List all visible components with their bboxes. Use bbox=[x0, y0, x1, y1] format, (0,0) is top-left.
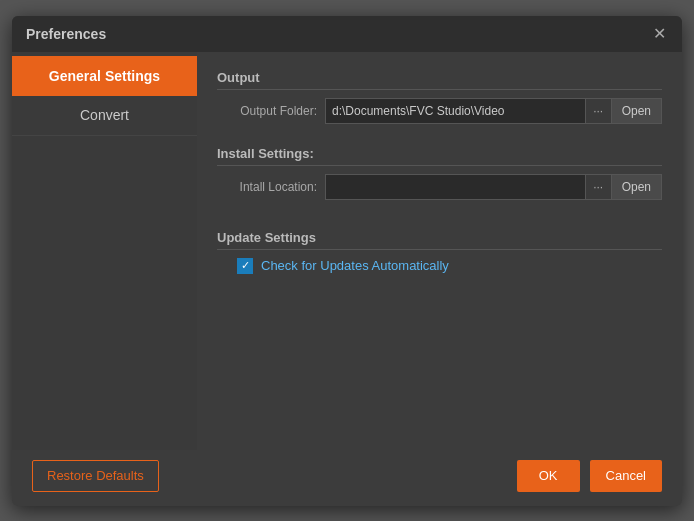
install-location-dots-button[interactable]: ··· bbox=[585, 174, 611, 200]
main-content: Output Output Folder: ··· Open Install S… bbox=[197, 52, 682, 450]
auto-update-checkbox[interactable]: ✓ bbox=[237, 258, 253, 274]
auto-update-row: ✓ Check for Updates Automatically bbox=[237, 258, 662, 274]
footer-left: Restore Defaults bbox=[32, 460, 159, 492]
footer: Restore Defaults OK Cancel bbox=[12, 450, 682, 506]
cancel-button[interactable]: Cancel bbox=[590, 460, 662, 492]
output-folder-input-wrap: ··· Open bbox=[325, 98, 662, 124]
restore-defaults-button[interactable]: Restore Defaults bbox=[32, 460, 159, 492]
sidebar-item-general-settings[interactable]: General Settings bbox=[12, 56, 197, 96]
sidebar-item-convert[interactable]: Convert bbox=[12, 96, 197, 136]
dialog-title: Preferences bbox=[26, 26, 106, 42]
install-location-input[interactable] bbox=[325, 174, 585, 200]
install-location-open-button[interactable]: Open bbox=[611, 174, 662, 200]
sidebar: General Settings Convert bbox=[12, 52, 197, 450]
output-folder-input[interactable] bbox=[325, 98, 585, 124]
install-location-label: Intall Location: bbox=[217, 180, 325, 194]
ok-button[interactable]: OK bbox=[517, 460, 580, 492]
install-section-title: Install Settings: bbox=[217, 146, 662, 166]
output-folder-row: Output Folder: ··· Open bbox=[217, 98, 662, 124]
output-section-title: Output bbox=[217, 70, 662, 90]
install-location-row: Intall Location: ··· Open bbox=[217, 174, 662, 200]
output-folder-dots-button[interactable]: ··· bbox=[585, 98, 611, 124]
install-location-input-wrap: ··· Open bbox=[325, 174, 662, 200]
update-section-title: Update Settings bbox=[217, 230, 662, 250]
sidebar-label-general: General Settings bbox=[49, 68, 160, 84]
checkmark-icon: ✓ bbox=[241, 259, 250, 272]
output-section: Output Output Folder: ··· Open bbox=[217, 70, 662, 134]
output-folder-open-button[interactable]: Open bbox=[611, 98, 662, 124]
close-button[interactable]: ✕ bbox=[650, 25, 668, 43]
preferences-dialog: Preferences ✕ General Settings Convert O… bbox=[12, 16, 682, 506]
dialog-body: General Settings Convert Output Output F… bbox=[12, 52, 682, 450]
update-section: Update Settings ✓ Check for Updates Auto… bbox=[217, 230, 662, 274]
titlebar: Preferences ✕ bbox=[12, 16, 682, 52]
install-section: Install Settings: Intall Location: ··· O… bbox=[217, 146, 662, 210]
auto-update-label: Check for Updates Automatically bbox=[261, 258, 449, 273]
output-folder-label: Output Folder: bbox=[217, 104, 325, 118]
footer-right: OK Cancel bbox=[517, 460, 662, 492]
sidebar-label-convert: Convert bbox=[80, 107, 129, 123]
